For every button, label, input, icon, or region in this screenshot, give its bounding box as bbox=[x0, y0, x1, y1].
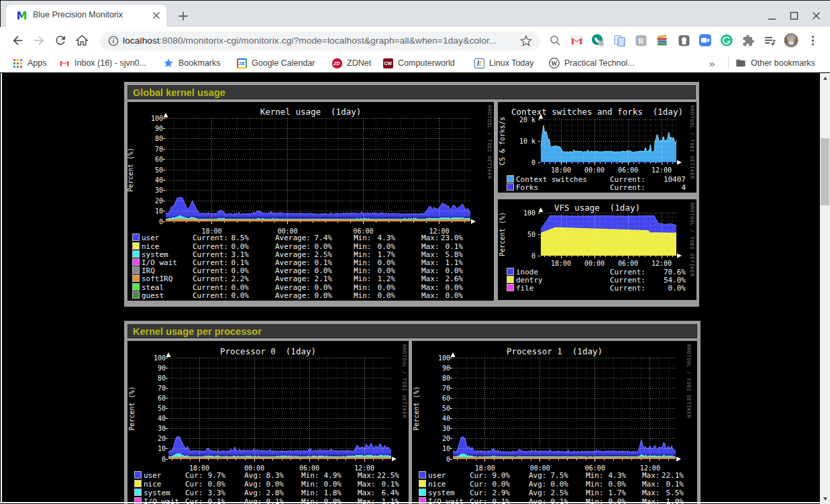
search-extension-icon[interactable] bbox=[544, 27, 566, 54]
section-title-bar: Kernel usage per processor bbox=[127, 324, 697, 338]
bookmark-google-calendar[interactable]: 28 Google Calendar bbox=[236, 54, 315, 72]
svg-text:VFS usage (1day): VFS usage (1day) bbox=[554, 203, 640, 213]
media-queue-extension-icon[interactable] bbox=[759, 27, 780, 54]
gmail-extension-icon[interactable] bbox=[566, 27, 587, 54]
svg-text:Context switches and forks (1: Context switches and forks (1day) bbox=[511, 107, 683, 117]
legend-label: Forks bbox=[516, 183, 538, 192]
bookmark-label: Linux Today bbox=[489, 58, 534, 68]
legend-label: file bbox=[516, 284, 534, 293]
legend-stat-value: 7.4% bbox=[291, 234, 332, 242]
bookmark-label: Computerworld bbox=[398, 58, 455, 68]
bookmark-apps[interactable]: Apps bbox=[12, 54, 47, 72]
back-button[interactable] bbox=[9, 32, 26, 49]
legend-stat-value: 2.9% bbox=[468, 489, 510, 497]
svg-text:Percent (%): Percent (%) bbox=[413, 386, 420, 430]
svg-text:10: 10 bbox=[158, 445, 166, 452]
zoom-extension-icon[interactable] bbox=[694, 27, 716, 54]
legend-swatch bbox=[507, 285, 513, 291]
legend-stat-value: 0.0% bbox=[242, 480, 284, 489]
home-button[interactable] bbox=[73, 32, 91, 49]
calendar-icon: 28 bbox=[236, 58, 247, 68]
legend-stat-value: 8.3% bbox=[242, 471, 284, 480]
legend-swatch bbox=[135, 489, 141, 495]
active-tab[interactable]: M Blue Precision Monitorix bbox=[6, 5, 166, 27]
legend-stat-value: 23.0% bbox=[421, 234, 463, 242]
profile-avatar[interactable] bbox=[780, 27, 802, 54]
copy-pages-extension-icon[interactable] bbox=[609, 27, 630, 54]
star-icon bbox=[163, 58, 174, 68]
books-extension-icon[interactable] bbox=[652, 27, 673, 54]
zdnet-icon: ZD bbox=[331, 58, 342, 68]
forward-button[interactable] bbox=[30, 32, 48, 49]
scroll-down-button[interactable] bbox=[820, 494, 830, 504]
svg-text:12:00: 12:00 bbox=[652, 166, 672, 174]
scroll-up-button[interactable] bbox=[820, 73, 830, 83]
bookmark-label: Bookmarks bbox=[178, 58, 221, 68]
svg-text:50: 50 bbox=[158, 405, 166, 412]
vfs-usage-graph[interactable]: VFS usage (1day)05010018:0000:0006:0012:… bbox=[498, 199, 696, 300]
svg-text:10 k: 10 k bbox=[519, 138, 535, 145]
svg-text:06:00: 06:00 bbox=[618, 260, 638, 267]
legend-swatch bbox=[419, 472, 425, 478]
legend-stat-value: 0.1% bbox=[358, 480, 399, 489]
other-bookmarks[interactable]: Other bookmarks bbox=[735, 54, 815, 72]
svg-text:90: 90 bbox=[442, 364, 450, 372]
tab-close-icon[interactable] bbox=[150, 9, 163, 22]
new-tab-button[interactable] bbox=[176, 9, 191, 23]
legend-label: system bbox=[144, 489, 170, 497]
legend-row: userCur:9.0%Avg:7.5%Min:4.3%Max:22.1% bbox=[412, 471, 697, 480]
page-info-icon[interactable] bbox=[108, 36, 119, 46]
svg-text:90: 90 bbox=[155, 125, 163, 132]
legend-stat-value: 4.3% bbox=[354, 234, 395, 242]
legend-stat-value: 2.8% bbox=[242, 489, 284, 497]
bookmark-bookmarks[interactable]: Bookmarks bbox=[163, 54, 221, 72]
keeper-extension-icon[interactable] bbox=[673, 27, 694, 54]
bookmark-star-icon[interactable] bbox=[520, 35, 532, 47]
reload-button[interactable] bbox=[52, 32, 69, 49]
bookmark-zdnet[interactable]: ZD ZDNet bbox=[331, 54, 371, 72]
legend-stat-value: 0.0% bbox=[354, 258, 395, 267]
window-left-edge bbox=[1, 73, 2, 503]
legend-stat-value: 2.6% bbox=[421, 274, 463, 283]
svg-text:80: 80 bbox=[158, 374, 166, 382]
bookmark-linux-today[interactable]: lt Linux Today bbox=[474, 54, 534, 72]
bookmark-practical-technology[interactable]: W Practical Technol... bbox=[549, 54, 635, 72]
puzzle-extensions-icon[interactable] bbox=[737, 27, 759, 54]
svg-text:20: 20 bbox=[442, 435, 450, 442]
legend-stat-value: 4.3% bbox=[584, 471, 626, 480]
legend-stat-value: 0.1% bbox=[642, 480, 684, 489]
svg-text:W: W bbox=[551, 60, 558, 67]
address-bar[interactable]: localhost:8080/monitorix-cgi/monitorix.c… bbox=[100, 32, 540, 50]
svg-text:100: 100 bbox=[154, 354, 166, 362]
chrome-menu-icon[interactable] bbox=[802, 27, 823, 54]
kernel-usage-graph[interactable]: Kernel usage (1day)010203040506070809010… bbox=[127, 102, 494, 301]
legend-stat-value: 0.0% bbox=[207, 283, 249, 292]
legend-swatch bbox=[135, 481, 141, 487]
bookmark-inbox[interactable]: Inbox (16) - sjvn0... bbox=[59, 54, 146, 72]
svg-text:50: 50 bbox=[442, 405, 450, 412]
close-window-button[interactable] bbox=[812, 11, 821, 19]
grammarly-extension-icon[interactable] bbox=[716, 27, 737, 54]
bookmark-label: Practical Technol... bbox=[564, 58, 635, 68]
scrollbar-thumb[interactable] bbox=[821, 138, 829, 205]
legend-label: guest bbox=[142, 291, 164, 300]
bookmarks-bar: Apps Inbox (16) - sjvn0... Bookmarks 28 … bbox=[0, 54, 830, 72]
r-extension-icon[interactable]: R bbox=[630, 27, 652, 54]
context-switches-graph[interactable]: Context switches and forks (1day)010 k20… bbox=[498, 102, 696, 193]
legend-stat-value: 0.0% bbox=[354, 283, 395, 292]
processor0-graph[interactable]: Processor 0 (1day)0102030405060708090100… bbox=[127, 341, 409, 504]
minimize-button[interactable] bbox=[768, 11, 776, 19]
bookmark-computerworld[interactable]: CW Computerworld bbox=[382, 54, 455, 72]
apps-grid-icon bbox=[12, 58, 23, 68]
bookmarks-overflow-chevron[interactable]: » bbox=[709, 54, 715, 72]
processor1-graph[interactable]: Processor 1 (1day)0102030405060708090100… bbox=[412, 341, 697, 504]
svg-text:40: 40 bbox=[158, 415, 166, 422]
legend-stat-value: 6.4% bbox=[358, 489, 399, 497]
wordpress-icon: W bbox=[549, 58, 560, 68]
svg-text:RRDTOOL / TOBI OETIKER: RRDTOOL / TOBI OETIKER bbox=[486, 105, 492, 179]
vertical-scrollbar[interactable] bbox=[820, 73, 830, 504]
voice-extension-icon[interactable]: ? bbox=[587, 27, 609, 54]
svg-text:30: 30 bbox=[158, 425, 166, 432]
legend-swatch bbox=[507, 268, 513, 274]
maximize-button[interactable] bbox=[790, 11, 798, 19]
